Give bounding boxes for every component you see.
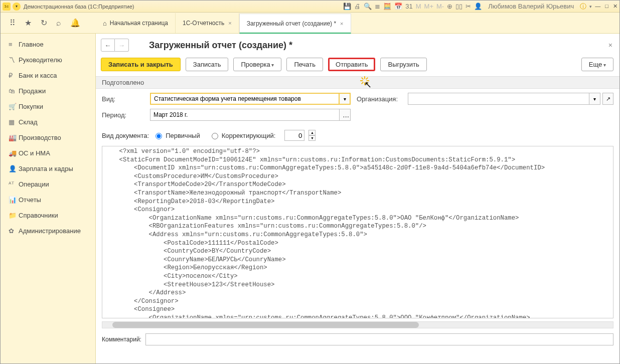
tab-1c-reporting[interactable]: 1С-Отчетность × (176, 13, 239, 33)
ruble-icon: ₽ (9, 72, 19, 79)
sidebar-item-label: Банк и касса (19, 72, 57, 79)
radio-primary[interactable]: Первичный (153, 131, 200, 139)
save-icon[interactable]: 💾 (343, 3, 351, 10)
doc-kind-label: Вид документа: (102, 132, 149, 139)
operations-icon: ᴬᵀ (9, 180, 19, 188)
info-icon[interactable]: ⓘ (580, 2, 586, 11)
tab-close-icon[interactable]: × (340, 21, 343, 27)
minimize-button[interactable]: — (595, 3, 600, 9)
m-icon[interactable]: M (416, 3, 421, 10)
sidebar-item-sales[interactable]: 🛍Продажи (1, 83, 95, 99)
date-icon[interactable]: 31 (405, 3, 412, 10)
sidebar-item-label: ОС и НМА (19, 149, 50, 157)
tab-label: Загруженный отчет (создание) * (247, 20, 336, 27)
current-user[interactable]: Любимов Валерий Юрьевич (488, 3, 574, 10)
sidebar-item-warehouse[interactable]: ▦Склад (1, 114, 95, 130)
radio-corrective-label: Корректирующий: (222, 132, 276, 139)
tab-loaded-report[interactable]: Загруженный отчет (создание) * × (239, 14, 351, 34)
main-icon: ≡ (9, 41, 19, 48)
sidebar-item-label: Продажи (19, 87, 46, 95)
export-button[interactable]: Выгрузить (380, 58, 426, 71)
factory-icon: 🏭 (9, 134, 19, 141)
tab-close-icon[interactable]: × (228, 20, 231, 26)
calendar-icon[interactable]: 📅 (394, 3, 402, 10)
period-select-button[interactable]: … (340, 109, 351, 121)
horizontal-scrollbar[interactable] (102, 321, 613, 328)
sidebar-item-production[interactable]: 🏭Производство (1, 130, 95, 145)
sidebar-item-purchases[interactable]: 🛒Покупки (1, 99, 95, 114)
sidebar-item-assets[interactable]: 🚚ОС и НМА (1, 145, 95, 161)
more-button[interactable]: Еще (581, 58, 613, 71)
bag-icon: 🛍 (9, 87, 19, 95)
user-icon[interactable]: 👤 (474, 3, 482, 10)
sidebar-item-label: Зарплата и кадры (19, 165, 73, 172)
sidebar-item-salary[interactable]: 👤Зарплата и кадры (1, 161, 95, 176)
truck-icon: 🚚 (9, 149, 19, 157)
sidebar-item-bank[interactable]: ₽Банк и касса (1, 68, 95, 83)
app-menu-dropdown-icon[interactable]: ▾ (13, 3, 21, 11)
page-title: Загруженный отчет (создание) * (149, 40, 292, 51)
sidebar-item-label: Покупки (19, 103, 43, 110)
org-input[interactable] (408, 93, 589, 105)
panels-icon[interactable]: ▯▯ (455, 3, 462, 10)
nav-forward-button[interactable]: → (115, 39, 129, 52)
tab-home[interactable]: ⌂ Начальная страница (96, 13, 176, 33)
comment-input[interactable] (145, 333, 613, 345)
tab-label: 1С-Отчетность (183, 20, 224, 27)
corrective-spin-down[interactable]: ▼ (308, 135, 316, 141)
vid-input[interactable] (150, 93, 340, 105)
print-icon[interactable]: 🖨 (354, 3, 361, 10)
sidebar-item-manager[interactable]: 〽Руководителю (1, 52, 95, 68)
history-icon[interactable]: ↻ (41, 18, 47, 28)
period-input[interactable] (150, 109, 340, 121)
apps-grid-icon[interactable]: ⠿ (10, 18, 16, 28)
m-minus-icon[interactable]: M- (436, 3, 444, 10)
sidebar-item-main[interactable]: ≡Главное (1, 37, 95, 52)
status-label: Подготовлено (96, 76, 619, 89)
save-and-close-button[interactable]: Записать и закрыть (101, 58, 181, 71)
org-open-button[interactable]: ↗ (602, 93, 613, 105)
corrective-spin-up[interactable]: ▲ (308, 130, 316, 135)
tab-bar: ⌂ Начальная страница 1С-Отчетность × Заг… (96, 13, 619, 33)
sidebar-item-label: Главное (19, 41, 44, 48)
sidebar-item-operations[interactable]: ᴬᵀОперации (1, 176, 95, 192)
app-logo-icon: 1c (3, 3, 11, 11)
radio-primary-input[interactable] (156, 133, 162, 139)
send-button[interactable]: Отправить (328, 58, 375, 71)
vid-dropdown-button[interactable]: ▾ (340, 93, 351, 105)
xml-content-view[interactable]: <?xml version="1.0" encoding="utf-8"?> <… (102, 146, 613, 318)
titlebar-tools: 💾 🖨 🔍 ≣ 🧮 📅 31 M M+ M- ⊕ ▯▯ ✂ 👤 Любимов … (343, 2, 592, 11)
cart-icon: 🛒 (9, 103, 19, 110)
close-window-button[interactable]: ✕ (613, 3, 617, 9)
preview-icon[interactable]: 🔍 (364, 3, 372, 10)
zoom-icon[interactable]: ⊕ (447, 3, 452, 10)
m-plus-icon[interactable]: M+ (424, 3, 433, 10)
radio-corrective-input[interactable] (212, 133, 218, 139)
compare-icon[interactable]: ≣ (375, 3, 380, 10)
radio-corrective[interactable]: Корректирующий: (209, 131, 276, 139)
notifications-icon[interactable]: 🔔 (70, 18, 80, 28)
org-dropdown-button[interactable]: ▾ (589, 93, 600, 105)
sidebar-item-directories[interactable]: 📁Справочники (1, 208, 95, 223)
sidebar-item-label: Производство (19, 134, 61, 141)
sidebar-item-label: Операции (19, 180, 49, 188)
check-button[interactable]: Проверка (233, 58, 281, 71)
save-button[interactable]: Записать (186, 58, 229, 71)
sidebar-item-label: Склад (19, 118, 38, 126)
boxes-icon: ▦ (9, 118, 19, 126)
vid-label: Вид: (102, 95, 150, 103)
nav-back-button[interactable]: ← (101, 39, 115, 52)
org-label: Организация: (357, 95, 405, 103)
sidebar-item-reports[interactable]: 📊Отчеты (1, 192, 95, 208)
corrective-number-input[interactable] (284, 130, 304, 141)
favorites-icon[interactable]: ★ (25, 18, 32, 28)
print-button[interactable]: Печать (286, 58, 323, 71)
radio-primary-label: Первичный (166, 132, 200, 139)
maximize-button[interactable]: □ (605, 3, 608, 9)
page-close-icon[interactable]: × (608, 41, 612, 49)
tab-label: Начальная страница (110, 20, 168, 27)
sidebar-item-admin[interactable]: ✿Администрирование (1, 223, 95, 239)
calculator-icon[interactable]: 🧮 (383, 3, 391, 10)
tools-icon[interactable]: ✂ (466, 3, 471, 10)
search-icon[interactable]: ⌕ (56, 19, 61, 28)
